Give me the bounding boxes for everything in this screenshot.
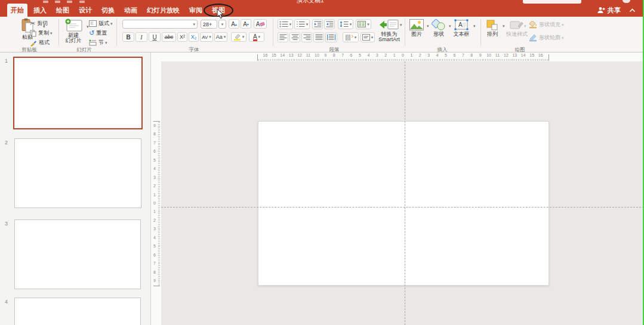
align-left-icon	[279, 34, 287, 41]
section-dropdown-caret[interactable]: ▾	[105, 41, 107, 45]
char-spacing-button[interactable]: AV▾	[200, 32, 213, 42]
shape-outline-caret[interactable]: ▾	[562, 36, 564, 41]
font-name-combo[interactable]: ▾	[122, 20, 198, 29]
underline-button[interactable]: U	[149, 32, 161, 42]
ruler-tick	[270, 59, 271, 61]
hruler-label: 12	[503, 53, 510, 57]
numbering-button[interactable]: ▾	[294, 19, 310, 29]
slide-thumbnail-2[interactable]	[14, 138, 141, 208]
slide-thumbnail-3[interactable]	[14, 219, 141, 289]
ruler-tick	[522, 59, 522, 61]
text-direction-button[interactable]: ▾	[343, 32, 359, 42]
arrange-icon	[486, 19, 499, 30]
arrange-label: 排列	[487, 32, 498, 37]
ruler-tick	[158, 148, 160, 148]
tellme-search-box[interactable]	[523, 0, 581, 4]
columns-button[interactable]: ▾	[356, 19, 371, 29]
vertical-guide[interactable]	[405, 61, 405, 325]
convert-smartart-button[interactable]: 转换为SmartArt	[376, 19, 402, 42]
arrange-button[interactable]: 排列	[485, 19, 500, 37]
layout-dropdown-caret[interactable]: ▾	[110, 21, 113, 26]
line-spacing-button[interactable]: ▾	[338, 19, 353, 29]
textbox-button[interactable]: A 文本框	[452, 19, 471, 37]
ruler-tick	[429, 59, 429, 61]
smartart-dropdown-caret[interactable]: ▾	[400, 23, 402, 27]
layout-button[interactable]: 版式 ▾	[89, 19, 113, 28]
quick-styles-dropdown-caret[interactable]: ▾	[524, 24, 526, 29]
distribute-text-button[interactable]	[325, 32, 337, 42]
tab-transitions[interactable]: 切换	[98, 4, 118, 17]
align-center-button[interactable]	[289, 32, 300, 42]
editing-canvas[interactable]	[161, 61, 644, 325]
tab-review[interactable]: 审阅	[186, 4, 206, 17]
ruler-tick	[307, 59, 307, 61]
cut-button[interactable]: ✂ 剪切	[30, 19, 48, 28]
strikethrough-button[interactable]: abc	[162, 32, 176, 42]
hruler-label: 6	[348, 53, 355, 57]
grow-font-button[interactable]: A▴	[229, 19, 239, 29]
grow-caret-icon: ▴	[235, 22, 237, 26]
font-size-caret-button[interactable]: ▾	[218, 20, 226, 29]
section-button[interactable]: 节 ▾	[89, 38, 107, 47]
ruler-tick	[453, 59, 454, 61]
copy-dropdown-caret[interactable]: ▾	[50, 31, 53, 36]
align-left-button[interactable]	[278, 32, 288, 42]
ruler-tick	[442, 59, 443, 61]
tab-design[interactable]: 设计	[75, 4, 95, 17]
clear-formatting-button[interactable]: A	[254, 19, 267, 29]
change-case-button[interactable]: Aa▾	[214, 32, 227, 42]
tab-home[interactable]: 开始	[7, 4, 27, 17]
shape-outline-button[interactable]: 形状轮廓 ▾	[529, 33, 564, 42]
collapse-ribbon-icon[interactable]	[629, 8, 636, 13]
vruler-label: 3	[151, 175, 158, 179]
ruler-tick	[272, 59, 273, 61]
subscript-button[interactable]: X₂	[189, 32, 199, 42]
horizontal-guide[interactable]	[161, 207, 644, 208]
bullets-button[interactable]: ▾	[278, 19, 293, 29]
arrange-dropdown-caret[interactable]: ▾	[503, 24, 505, 29]
shrink-font-button[interactable]: A▾	[241, 19, 251, 29]
format-painter-button[interactable]: 格式	[30, 38, 50, 47]
shape-fill-icon	[529, 21, 537, 29]
shapes-dropdown-caret[interactable]: ▾	[449, 24, 451, 29]
new-slide-button[interactable]: 新建幻灯片	[61, 18, 85, 44]
slide-thumbnail-4[interactable]	[14, 298, 141, 325]
tab-insert[interactable]: 插入	[30, 4, 50, 17]
tab-label: 审阅	[189, 7, 202, 14]
shape-fill-caret[interactable]: ▾	[562, 23, 564, 27]
reset-button[interactable]: ↻ 重置	[89, 29, 107, 38]
ruler-tick	[541, 59, 541, 61]
align-text-button[interactable]: ▾	[360, 32, 375, 42]
ruler-tick	[487, 59, 488, 61]
tab-draw[interactable]: 绘图	[53, 4, 73, 17]
justify-button[interactable]	[313, 32, 324, 42]
italic-button[interactable]: I	[135, 32, 147, 42]
new-slide-dropdown-caret[interactable]: ▾	[87, 24, 89, 29]
ruler-tick	[386, 59, 386, 61]
textbox-dropdown-caret[interactable]: ▾	[473, 24, 476, 29]
highlight-color-button[interactable]: ▾	[231, 32, 246, 42]
ruler-tick	[315, 59, 316, 61]
picture-dropdown-caret[interactable]: ▾	[427, 24, 429, 29]
ruler-tick	[544, 59, 544, 61]
font-color-button[interactable]: A ▾	[249, 32, 264, 42]
tab-animations[interactable]: 动画	[121, 4, 141, 17]
tab-view[interactable]: 视图	[208, 4, 229, 17]
superscript-button[interactable]: X²	[177, 32, 187, 42]
tab-slideshow[interactable]: 幻灯片放映	[143, 4, 183, 17]
increase-indent-button[interactable]	[324, 19, 335, 29]
decrease-indent-button[interactable]	[312, 19, 323, 29]
ruler-tick	[158, 215, 160, 216]
bold-button[interactable]: B	[122, 32, 134, 42]
font-size-combo[interactable]: 28+	[201, 20, 217, 29]
picture-button[interactable]: 图片	[409, 19, 424, 37]
align-right-button[interactable]	[301, 32, 312, 42]
ruler-tick	[368, 59, 369, 61]
shapes-button[interactable]: 形状	[431, 19, 446, 37]
slide-surface[interactable]	[258, 121, 549, 286]
share-button[interactable]: 共享	[597, 4, 636, 17]
copy-button[interactable]: 复制 ▾	[30, 29, 53, 38]
slide-thumbnail-1[interactable]	[13, 57, 143, 129]
shape-fill-button[interactable]: 形状填充 ▾	[529, 20, 564, 29]
ruler-tick	[319, 59, 319, 61]
